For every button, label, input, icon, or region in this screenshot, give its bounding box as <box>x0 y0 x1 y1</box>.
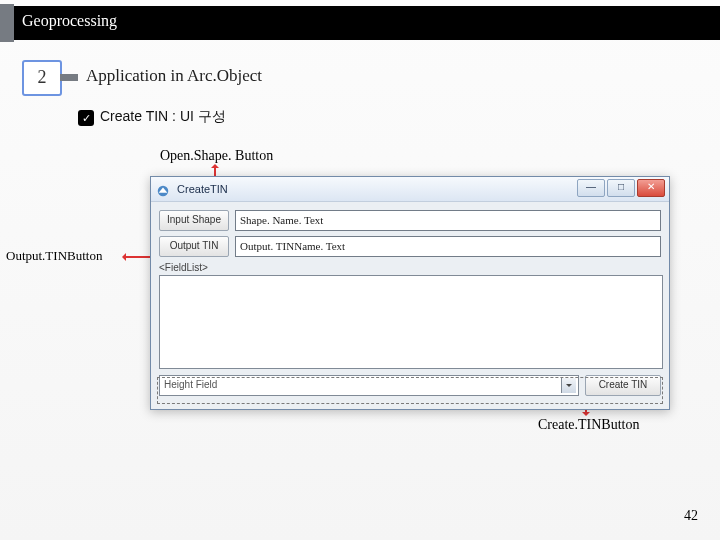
minimize-button[interactable]: — <box>577 179 605 197</box>
page-number: 42 <box>684 508 698 524</box>
dialog-titlebar[interactable]: CreateTIN — □ ✕ <box>151 177 669 202</box>
close-button[interactable]: ✕ <box>637 179 665 197</box>
page-title: Geoprocessing <box>22 12 117 30</box>
check-icon: ✓ <box>78 110 94 126</box>
height-field-combo[interactable]: Height Field <box>159 375 579 396</box>
input-shape-button[interactable]: Input Shape <box>159 210 229 231</box>
annotation-output-tin-button: Output.TINButton <box>6 248 102 264</box>
create-tin-button[interactable]: Create TIN <box>585 375 661 396</box>
output-tin-name-field[interactable]: Output. TINName. Text <box>235 236 661 257</box>
field-list-box[interactable] <box>159 275 663 369</box>
section-number-stub <box>60 74 78 81</box>
dialog-app-icon <box>156 182 170 196</box>
header-accent <box>0 4 14 42</box>
output-tin-button[interactable]: Output TIN <box>159 236 229 257</box>
section-title: Application in Arc.Object <box>86 66 262 86</box>
shape-name-field[interactable]: Shape. Name. Text <box>235 210 661 231</box>
create-tin-dialog: CreateTIN — □ ✕ Input Shape Shape. Name.… <box>150 176 670 410</box>
maximize-button[interactable]: □ <box>607 179 635 197</box>
field-list-label: <FieldList> <box>159 262 661 273</box>
bullet-label: Create TIN : UI 구성 <box>100 108 226 126</box>
section-number: 2 <box>22 60 62 96</box>
dialog-title: CreateTIN <box>177 183 228 195</box>
